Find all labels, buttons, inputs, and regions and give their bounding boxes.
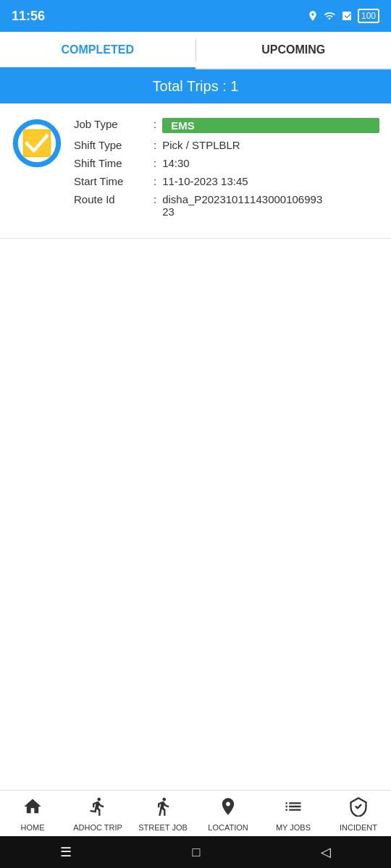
- status-bar: 11:56 100: [0, 0, 391, 32]
- value-shift-type: Pick / STPLBLR: [162, 139, 379, 151]
- sim-icon: [340, 10, 353, 22]
- location-icon: [307, 10, 319, 22]
- home-icon: [22, 796, 43, 822]
- value-job-type: EMS: [162, 118, 379, 133]
- my-jobs-icon: [283, 796, 303, 822]
- detail-row-job-type: Job Type : EMS: [74, 118, 379, 133]
- status-icons: 100: [307, 9, 379, 23]
- bottom-nav: HOME ADHOC TRIP STREET JOB LOCATION: [0, 790, 391, 836]
- trip-card: Job Type : EMS Shift Type : Pick / STPLB…: [0, 103, 391, 239]
- nav-label-street-job: STREET JOB: [138, 823, 188, 832]
- nav-label-incident: INCIDENT: [340, 823, 377, 832]
- status-time: 11:56: [12, 9, 45, 24]
- label-start-time: Start Time: [74, 175, 154, 187]
- location-nav-icon: [218, 796, 238, 822]
- nav-label-my-jobs: MY JOBS: [276, 823, 311, 832]
- value-shift-time: 14:30: [162, 157, 379, 169]
- label-shift-type: Shift Type: [74, 139, 154, 151]
- detail-row-shift-type: Shift Type : Pick / STPLBLR: [74, 139, 379, 151]
- android-home-btn[interactable]: □: [193, 845, 201, 860]
- tab-bar: COMPLETED UPCOMING: [0, 32, 391, 69]
- label-route-id: Route Id: [74, 193, 154, 205]
- trip-details: Job Type : EMS Shift Type : Pick / STPLB…: [74, 118, 379, 224]
- label-shift-time: Shift Time: [74, 157, 154, 169]
- nav-item-home[interactable]: HOME: [7, 796, 58, 832]
- nav-label-home: HOME: [21, 823, 45, 832]
- wifi-icon: [323, 10, 336, 22]
- nav-item-my-jobs[interactable]: MY JOBS: [268, 796, 319, 832]
- android-nav-bar: ☰ □ ◁: [0, 836, 391, 868]
- nav-label-adhoc-trip: ADHOC TRIP: [73, 823, 122, 832]
- nav-label-location: LOCATION: [208, 823, 248, 832]
- street-job-icon: [153, 796, 173, 822]
- detail-row-start-time: Start Time : 11-10-2023 13:45: [74, 175, 379, 187]
- tab-completed[interactable]: COMPLETED: [0, 32, 196, 68]
- trip-header-banner: Total Trips : 1: [0, 69, 391, 103]
- detail-row-shift-time: Shift Time : 14:30: [74, 157, 379, 169]
- value-route-id: disha_P2023101114300010699323: [162, 193, 379, 218]
- main-content-area: [0, 239, 391, 658]
- nav-item-incident[interactable]: INCIDENT: [333, 796, 384, 832]
- android-menu-btn[interactable]: ☰: [60, 844, 72, 860]
- adhoc-trip-icon: [88, 796, 108, 822]
- detail-row-route-id: Route Id : disha_P2023101114300010699323: [74, 193, 379, 218]
- trip-status-icon: [12, 118, 62, 169]
- android-back-btn[interactable]: ◁: [321, 844, 331, 860]
- nav-item-location[interactable]: LOCATION: [203, 796, 253, 832]
- label-job-type: Job Type: [74, 118, 154, 130]
- tab-upcoming[interactable]: UPCOMING: [196, 32, 392, 68]
- nav-item-street-job[interactable]: STREET JOB: [138, 796, 188, 832]
- battery-icon: 100: [358, 9, 379, 23]
- nav-item-adhoc-trip[interactable]: ADHOC TRIP: [72, 796, 123, 832]
- value-start-time: 11-10-2023 13:45: [162, 175, 379, 187]
- incident-icon: [348, 796, 369, 822]
